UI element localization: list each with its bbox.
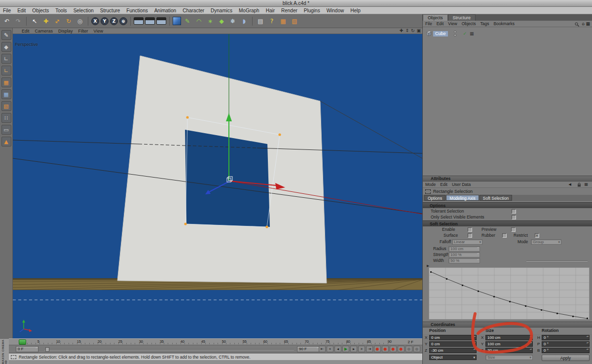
selection-handle[interactable]	[265, 225, 268, 228]
options-section-header[interactable]: Options	[423, 202, 592, 208]
render-view-icon[interactable]	[134, 17, 144, 25]
menu-item[interactable]: Hair	[266, 8, 275, 13]
lock-z-axis-icon[interactable]: Z	[110, 17, 118, 25]
tab-options[interactable]: Options	[424, 195, 445, 201]
om-menu-item[interactable]: Edit	[437, 21, 444, 26]
display-mode-icon[interactable]: ▦	[278, 16, 288, 26]
size-z-field[interactable]: 30 cm▴▾	[485, 348, 533, 353]
enable-checkbox[interactable]	[468, 227, 472, 232]
add-scene-object-icon[interactable]: ◗	[239, 16, 249, 26]
editor-visibility-dot[interactable]	[454, 31, 456, 33]
viewport-menu-bar[interactable]: EditCamerasDisplayFilterView	[13, 28, 422, 34]
tab-objects[interactable]: Objects	[423, 14, 448, 21]
select-points-icon[interactable]: ∷	[1, 113, 11, 123]
object-manager-menu[interactable]: FileEditViewObjectsTagsBookmarks	[423, 21, 592, 27]
frame-slider[interactable]	[44, 349, 294, 350]
add-spline-icon[interactable]: ✎	[183, 16, 192, 26]
om-menu-item[interactable]: View	[448, 21, 457, 26]
size-mode-dropdown[interactable]: Size▾	[485, 355, 533, 360]
main-toolbar[interactable]: ↶↷↖✚↔↻◎XYZ⊕✎◠∗◆❄◗▤?▦▧	[0, 14, 422, 28]
soft-selection-section-header[interactable]: Soft Selection	[423, 220, 592, 226]
record-scale-button[interactable]: ●	[390, 346, 397, 352]
coordinate-system-icon[interactable]: ⊕	[119, 17, 127, 25]
object-axis-mode-icon[interactable]: ∟	[1, 66, 11, 75]
scene[interactable]	[13, 34, 422, 338]
attribute-tabs[interactable]: OptionsModeling AxisSoft Selection	[423, 195, 592, 201]
lock-y-axis-icon[interactable]: Y	[101, 17, 109, 25]
viewport-menu-item[interactable]: Cameras	[35, 29, 53, 34]
start-frame-field[interactable]: 0 F ▴▾	[16, 346, 38, 352]
object-mode-dropdown[interactable]: Object▾	[429, 355, 477, 360]
record-rotation-button[interactable]: ●	[398, 346, 405, 352]
history-back-icon[interactable]: ◀	[569, 182, 571, 186]
polygons-mode-icon[interactable]: ▧	[1, 101, 11, 111]
preview-checkbox[interactable]	[511, 227, 516, 232]
make-editable-icon[interactable]: ✎	[1, 30, 11, 40]
stepper-icon[interactable]: ▴▾	[586, 342, 589, 344]
stepper-icon[interactable]: ▴▾	[529, 348, 532, 351]
object-tree[interactable]: Cube ✓ ▦	[423, 28, 592, 176]
frame-slider-handle[interactable]	[45, 347, 49, 352]
search-icon[interactable]	[575, 22, 579, 27]
menu-item[interactable]: Window	[327, 8, 344, 13]
object-name[interactable]: Cube	[433, 31, 448, 36]
menu-item[interactable]: Help	[350, 8, 361, 13]
attr-menu-item[interactable]: Mode	[425, 182, 436, 187]
tab-structure[interactable]: Structure	[448, 14, 476, 21]
pos-y-field[interactable]: 0 cm▴▾	[429, 341, 477, 347]
end-frame-field[interactable]: 90 F ▴▾	[297, 346, 320, 352]
menu-item[interactable]: MoGraph	[239, 8, 259, 13]
filter-icon[interactable]: ▦	[586, 21, 590, 26]
falloff-curve-line[interactable]	[431, 272, 588, 319]
window-titlebar[interactable]: blick A.c4d *	[0, 0, 592, 7]
object-manager-tabs[interactable]: ObjectsStructure	[423, 14, 592, 21]
stepper-icon[interactable]: ▴▾	[477, 247, 480, 249]
falloff-curve[interactable]	[429, 267, 590, 320]
viewport-menu-item[interactable]: View	[94, 29, 103, 34]
rot-p-field[interactable]: 0 °▴▾	[542, 341, 590, 347]
menu-item[interactable]: Animation	[154, 8, 176, 13]
stepper-icon[interactable]: ▴▾	[473, 342, 476, 344]
record-parameters-button[interactable]: ●	[406, 346, 412, 352]
menu-item[interactable]: Selection	[74, 8, 94, 13]
texture-view-icon[interactable]: ▧	[290, 16, 299, 26]
polygon-tag-icon[interactable]: ▦	[470, 31, 474, 36]
om-menu-item[interactable]: Objects	[462, 21, 476, 26]
stepper-icon[interactable]: ▴▾	[477, 258, 480, 261]
play-forward-button[interactable]: ▶	[342, 346, 349, 352]
mode-dropdown[interactable]: Group ▾	[531, 239, 561, 245]
rotate-view-icon[interactable]: ↻	[411, 28, 415, 33]
tab-modeling-axis[interactable]: Modeling Axis	[446, 195, 479, 201]
model-mode-icon[interactable]: ◆	[1, 42, 11, 52]
render-visibility-dot[interactable]	[454, 34, 456, 36]
width-slider[interactable]	[526, 260, 588, 261]
move-tool-icon[interactable]: ✚	[41, 16, 51, 26]
tree-item-cube[interactable]: Cube ✓ ▦	[425, 31, 592, 36]
next-frame-button[interactable]: ▸	[350, 346, 357, 352]
surface-checkbox[interactable]	[468, 233, 472, 238]
transport-buttons[interactable]: ⇤«◂▶▸»⇥●●●●●●	[319, 346, 420, 352]
rot-h-field[interactable]: 0 °▴▾	[542, 335, 590, 340]
live-selection-tool-icon[interactable]: ↖	[30, 16, 39, 26]
only-visible-checkbox[interactable]	[512, 215, 516, 219]
tolerant-selection-checkbox[interactable]	[512, 209, 516, 214]
help-icon[interactable]: ?	[267, 16, 277, 26]
om-menu-item[interactable]: Bookmarks	[493, 21, 515, 26]
snap-settings-icon[interactable]: ▤	[256, 16, 265, 26]
panel-options-icon[interactable]: ▦	[584, 182, 588, 186]
size-x-field[interactable]: 100 cm▴▾	[485, 335, 533, 340]
menu-item[interactable]: Dynamics	[211, 8, 232, 13]
record-keyframe-button[interactable]: ●	[374, 346, 381, 352]
menu-item[interactable]: Structure	[100, 8, 120, 13]
goto-start-button[interactable]: ⇤	[319, 346, 326, 352]
lock-x-axis-icon[interactable]: X	[91, 17, 99, 25]
render-settings-icon[interactable]	[156, 17, 166, 25]
tab-soft-selection[interactable]: Soft Selection	[480, 195, 512, 201]
viewport-canvas[interactable]: Perspective	[13, 34, 422, 338]
menu-item[interactable]: Render	[281, 8, 297, 13]
stepper-icon[interactable]: ▴▾	[473, 348, 476, 351]
undo-icon[interactable]: ↶	[2, 16, 12, 26]
radius-field[interactable]: 100 cm ▴▾	[448, 246, 480, 252]
viewport-view-controls[interactable]: ✚⇕↻▣	[400, 28, 421, 33]
select-edges-icon[interactable]: ▭	[1, 125, 11, 135]
